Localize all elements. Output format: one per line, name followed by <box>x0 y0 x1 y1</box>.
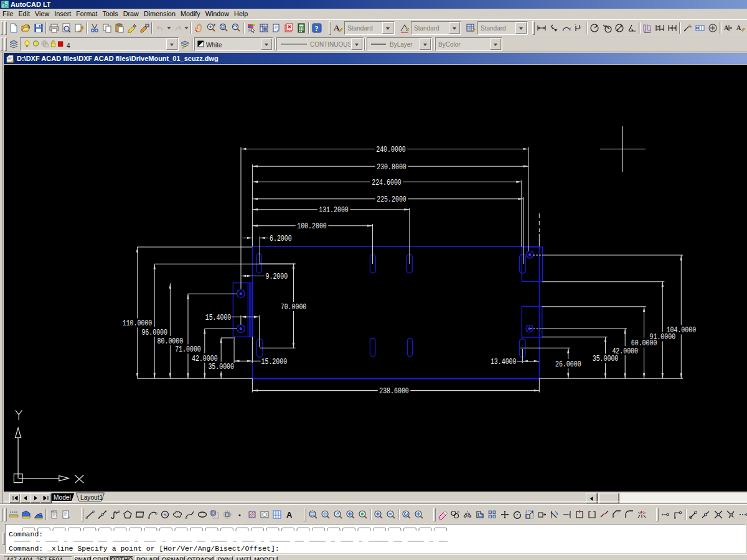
toolbar-grip[interactable] <box>4 508 7 521</box>
zin-button[interactable] <box>372 508 385 521</box>
matchprops-button[interactable] <box>126 22 138 34</box>
brk-button[interactable] <box>586 508 598 521</box>
scroll-left-button[interactable] <box>586 493 598 504</box>
menu-draw[interactable]: Draw <box>121 9 141 19</box>
rect2-button[interactable] <box>134 508 146 521</box>
plot-style-combo[interactable]: ByColor <box>435 37 502 51</box>
osend-button[interactable] <box>687 508 700 521</box>
osint-button[interactable] <box>712 508 725 521</box>
stretch-button[interactable] <box>536 508 548 521</box>
move-button[interactable] <box>499 508 511 521</box>
hatch-button[interactable] <box>246 508 258 521</box>
copy-button[interactable] <box>101 22 113 34</box>
scrollbar-thumb[interactable] <box>599 493 619 504</box>
dim-style-combo[interactable]: Standard <box>411 21 461 35</box>
new-button[interactable] <box>7 22 20 34</box>
zoomwin-button[interactable] <box>217 22 230 34</box>
copyobj-button[interactable] <box>449 508 461 521</box>
osapp-button[interactable] <box>725 508 737 521</box>
otrack-button[interactable] <box>659 508 672 521</box>
mkblock-button[interactable] <box>221 508 233 521</box>
markup-button[interactable] <box>283 22 295 34</box>
dcontinue-button[interactable] <box>666 22 679 34</box>
zobject-button[interactable] <box>357 508 369 521</box>
menu-modify[interactable]: Modify <box>178 9 203 19</box>
tab-last-button[interactable] <box>40 493 52 503</box>
dimtedit-button[interactable]: A <box>735 22 747 34</box>
command-window-grip[interactable] <box>0 523 5 554</box>
toolbar-grip[interactable] <box>1 37 3 51</box>
table-button[interactable] <box>271 508 283 521</box>
horizontal-scrollbar[interactable] <box>586 493 747 503</box>
zoomprev-button[interactable] <box>230 22 242 34</box>
menu-file[interactable]: File <box>0 9 16 19</box>
status-toggle-osnap[interactable]: OSNAP <box>161 556 185 560</box>
toolbar-grip[interactable] <box>1 508 3 521</box>
menu-format[interactable]: Format <box>73 9 100 19</box>
command-line-2[interactable]: Command: _xline Specify a point or [Hor/… <box>9 544 280 553</box>
document-title-bar[interactable]: D:\DXF ACAD files\DXF ACAD files\DriveMo… <box>4 53 747 64</box>
leader-button[interactable]: A <box>682 22 694 34</box>
menu-window[interactable]: Window <box>203 9 232 19</box>
status-toggle-polar[interactable]: POLAR <box>135 556 159 560</box>
menu-edit[interactable]: Edit <box>16 9 32 19</box>
list-button[interactable] <box>48 508 60 521</box>
line-button[interactable] <box>84 508 96 521</box>
dlinear-button[interactable] <box>535 22 548 34</box>
toolbar-grip[interactable] <box>433 508 436 521</box>
dcenter-button[interactable] <box>258 22 270 34</box>
menu-view[interactable]: View <box>32 9 52 19</box>
combo-dropdown-icon[interactable] <box>382 22 393 34</box>
publish-button[interactable] <box>73 22 85 34</box>
open-button[interactable] <box>20 22 32 34</box>
status-toggle-dyn[interactable]: DYN <box>215 556 233 560</box>
offset-button[interactable] <box>474 508 486 521</box>
toolbar-grip[interactable] <box>656 508 659 521</box>
scalem-button[interactable] <box>524 508 536 521</box>
combo-dropdown-icon[interactable] <box>351 39 362 50</box>
ellipse-button[interactable] <box>196 508 209 521</box>
extend-button[interactable] <box>561 508 573 521</box>
textstyle-button[interactable]: A <box>332 22 344 34</box>
tab-next-button[interactable] <box>30 493 41 503</box>
combo-dropdown-icon[interactable] <box>449 22 460 34</box>
zdynamic-button[interactable] <box>319 508 332 521</box>
props-button[interactable] <box>245 22 258 34</box>
region-button[interactable] <box>258 508 271 521</box>
circle2-button[interactable] <box>159 508 171 521</box>
pan-button[interactable] <box>192 22 205 34</box>
mirror-button[interactable] <box>461 508 474 521</box>
join-button[interactable] <box>598 508 611 521</box>
linetype-combo[interactable]: CONTINUOUS <box>276 37 364 51</box>
revcloud-button[interactable] <box>171 508 184 521</box>
chamfer-button[interactable] <box>611 508 623 521</box>
menu-dimension[interactable]: Dimension <box>141 9 178 19</box>
osext-button[interactable] <box>737 508 747 521</box>
combo-dropdown-icon[interactable] <box>515 22 527 34</box>
zscale-button[interactable] <box>332 508 344 521</box>
combo-dropdown-icon[interactable] <box>166 39 177 50</box>
lineweight-combo[interactable]: ByLayer <box>367 37 432 51</box>
toolbar-grip[interactable] <box>1 21 3 35</box>
menu-help[interactable]: Help <box>232 9 250 19</box>
tab-first-button[interactable] <box>9 493 21 503</box>
erase-button[interactable] <box>436 508 449 521</box>
layers-button[interactable] <box>7 38 20 50</box>
osfrom-button[interactable] <box>672 508 684 521</box>
status-toggle-otrack[interactable]: OTRACK <box>187 556 214 560</box>
dordinate-button[interactable]: yx <box>573 22 585 34</box>
daligned-button[interactable] <box>548 22 560 34</box>
insblock-button[interactable] <box>209 508 221 521</box>
dist-button[interactable] <box>7 508 20 521</box>
tab-prev-button[interactable] <box>20 493 31 503</box>
cut-button[interactable] <box>88 22 101 34</box>
tolerance-button[interactable] <box>694 22 707 34</box>
area2-button[interactable] <box>20 508 32 521</box>
brkpt-button[interactable] <box>573 508 586 521</box>
layout-tabs[interactable]: ModelLayout1 <box>46 492 171 504</box>
preview-button[interactable] <box>60 22 73 34</box>
rotate-button[interactable] <box>511 508 524 521</box>
tab-layout1[interactable]: Layout1 <box>80 494 103 501</box>
arc-button[interactable] <box>146 508 159 521</box>
centermark-button[interactable] <box>707 22 719 34</box>
